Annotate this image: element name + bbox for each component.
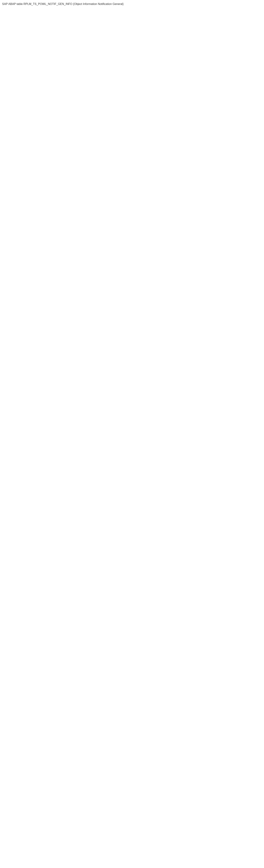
page-title: SAP ABAP table RPLM_TS_POWL_NOTIF_GEN_IN…	[2, 2, 264, 6]
diagram-connectors	[0, 7, 264, 9]
